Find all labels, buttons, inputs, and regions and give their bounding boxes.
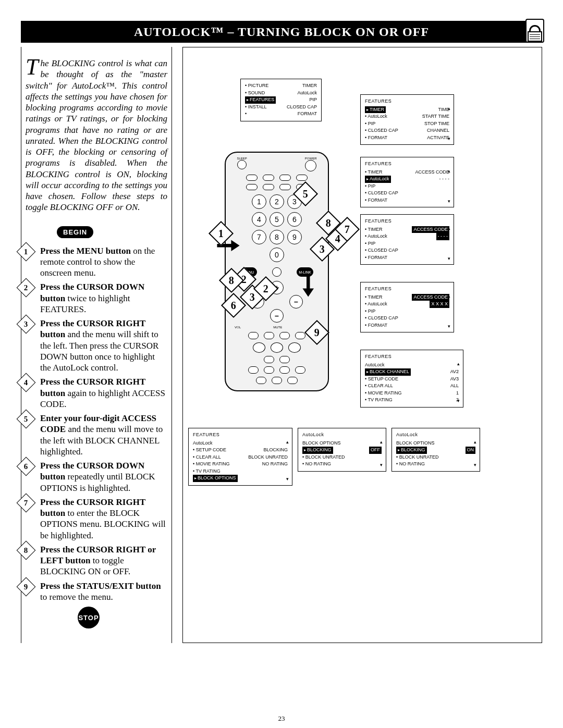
remote-num-9: 9 <box>287 230 302 244</box>
osd-menu-block-options-hl: FEATURESAutoLockSETUP CODEBLOCKINGCLEAR … <box>188 428 292 486</box>
remote-num-blank <box>287 248 302 262</box>
osd-menu-access-code-blank: FEATURESTIMERACCESS CODEAutoLock- - - -P… <box>360 214 454 265</box>
step-7: 7Press the CURSOR RIGHT button to enter … <box>26 497 167 541</box>
remote-num-blank <box>252 248 266 262</box>
hand-pointer-icon <box>292 272 321 300</box>
remote-num-8: 8 <box>270 230 284 244</box>
remote-num-1: 1 <box>252 194 266 209</box>
osd-menu-features-timer: FEATURESTIMERTIMEAutoLockSTART TIMEPIPST… <box>360 94 454 145</box>
step-2: 2Press the CURSOR DOWN button twice to h… <box>26 281 167 315</box>
osd-menu-blocking-on: AutoLockBLOCK OPTIONSBLOCKINGONBLOCK UNR… <box>391 428 480 472</box>
diagram-panel: PICTURETIMERSOUNDAutoLockFEATURESPIPINST… <box>182 47 542 643</box>
osd-menu-main: PICTURETIMERSOUNDAutoLockFEATURESPIPINST… <box>240 79 322 121</box>
step-5: 5Enter your four-digit ACCESS CODE and t… <box>26 413 167 457</box>
remote-num-4: 4 <box>252 212 266 227</box>
remote-num-0: 0 <box>270 248 284 262</box>
page-number: 23 <box>21 714 542 723</box>
osd-menu-features-autolock: FEATURESTIMERACCESS CODEAutoLock- - - -P… <box>360 157 454 207</box>
step-6: 6Press the CURSOR DOWN button repeatedly… <box>26 460 167 493</box>
remote-num-7: 7 <box>252 230 266 244</box>
lock-icon <box>525 19 544 43</box>
step-3: 3Press the CURSOR RIGHT button and the m… <box>26 318 167 373</box>
stop-badge: STOP <box>78 607 100 628</box>
step-8: 8Press the CURSOR RIGHT or LEFT button t… <box>26 544 167 577</box>
remote-num-5: 5 <box>270 212 284 227</box>
remote-num-6: 6 <box>287 212 302 227</box>
intro-text: The BLOCKING control is what can be thou… <box>26 58 167 213</box>
step-1: 1Press the MENU button on the remote con… <box>26 245 167 279</box>
osd-menu-autolock-list: FEATURESAutoLockBLOCK CHANNELAV2SETUP CO… <box>360 350 463 408</box>
osd-menu-access-code-entered: FEATURESTIMERACCESS CODEAutoLockX X X XP… <box>360 282 454 332</box>
remote-num-2: 2 <box>270 194 284 209</box>
osd-menu-blocking-off: AutoLockBLOCK OPTIONSBLOCKINGOFFBLOCK UN… <box>298 428 386 472</box>
page-title: AUTOLOCK™ – TURNING BLOCK ON OR OFF <box>21 21 542 43</box>
step-9: 9Press the STATUS/EXIT button to remove … <box>26 581 167 603</box>
step-4: 4Press the CURSOR RIGHT button again to … <box>26 376 167 410</box>
instructions-column: The BLOCKING control is what can be thou… <box>21 47 172 643</box>
begin-badge: BEGIN <box>57 226 93 238</box>
